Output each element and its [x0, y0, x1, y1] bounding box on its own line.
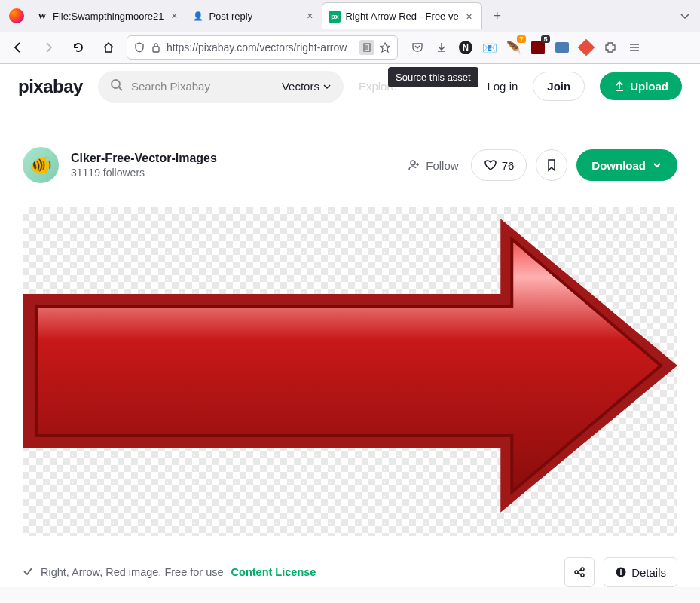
content: 🐠 Clker-Free-Vector-Images 31119 followe…	[0, 109, 700, 587]
info-icon	[615, 566, 627, 578]
image-preview[interactable]	[23, 207, 677, 536]
reload-button[interactable]	[66, 35, 90, 60]
wikipedia-icon: W	[36, 10, 48, 22]
lock-icon	[150, 41, 162, 54]
share-button[interactable]	[564, 557, 595, 587]
red-arrow-image	[23, 207, 677, 536]
pixabay-icon: px	[329, 11, 341, 23]
chevron-down-icon	[322, 82, 332, 91]
new-tab-button[interactable]: +	[485, 4, 509, 28]
footer-row: Right, Arrow, Red image. Free for use Co…	[23, 557, 677, 587]
follow-button[interactable]: Follow	[408, 158, 458, 172]
tab-bar: W File:Swampthingmoore21 × 👤 Post reply …	[0, 0, 700, 32]
svg-point-11	[581, 568, 584, 571]
search-category-dropdown[interactable]: Vectors	[282, 80, 332, 93]
close-icon[interactable]: ×	[304, 10, 316, 22]
follow-icon	[408, 158, 421, 172]
svg-rect-18	[620, 571, 622, 575]
pocket-icon[interactable]	[410, 40, 425, 55]
reader-mode-icon[interactable]	[359, 40, 374, 55]
extension-icon[interactable]: 📧	[482, 40, 497, 55]
license-link[interactable]: Content License	[231, 566, 316, 578]
extension-icons: N 📧 🪶 7 5	[410, 40, 642, 55]
bookmark-icon	[546, 158, 558, 172]
svg-point-13	[581, 574, 584, 577]
footer-buttons: Details	[564, 557, 677, 587]
like-button[interactable]: 76	[471, 149, 527, 181]
like-count: 76	[502, 159, 515, 172]
details-button[interactable]: Details	[604, 557, 677, 587]
ublock-icon[interactable]: 5	[530, 40, 546, 55]
firefox-icon	[9, 8, 24, 23]
search-bar[interactable]: Vectors	[98, 71, 344, 103]
user-icon: 👤	[192, 10, 204, 22]
extension-icon[interactable]	[555, 40, 570, 55]
back-button[interactable]	[6, 35, 30, 60]
tab-title: File:Swampthingmoore21	[53, 11, 164, 22]
login-link[interactable]: Log in	[487, 80, 518, 93]
svg-point-10	[411, 161, 415, 165]
downloads-icon[interactable]	[434, 40, 449, 55]
upload-button[interactable]: Upload	[600, 72, 682, 100]
svg-point-12	[575, 571, 578, 574]
shield-icon	[133, 41, 145, 54]
badge: 7	[517, 35, 526, 43]
author-row: 🐠 Clker-Free-Vector-Images 31119 followe…	[23, 147, 677, 183]
svg-rect-0	[153, 47, 159, 52]
heart-icon	[484, 158, 497, 172]
tabs-dropdown-icon[interactable]	[673, 4, 697, 28]
home-button[interactable]	[96, 35, 121, 60]
share-icon	[573, 566, 585, 578]
author-followers: 31119 followers	[71, 167, 390, 179]
bookmark-button[interactable]	[536, 149, 567, 181]
author-name[interactable]: Clker-Free-Vector-Images	[71, 152, 390, 165]
browser-tab-1[interactable]: 👤 Post reply ×	[186, 2, 322, 29]
author-info: Clker-Free-Vector-Images 31119 followers	[71, 152, 390, 179]
extension-icon[interactable]	[579, 40, 594, 55]
svg-point-17	[620, 569, 622, 571]
tab-title: Post reply	[209, 11, 299, 22]
close-icon[interactable]: ×	[463, 11, 475, 23]
avatar[interactable]: 🐠	[23, 147, 59, 183]
svg-line-9	[119, 87, 122, 90]
join-button[interactable]: Join	[533, 72, 585, 101]
svg-line-15	[578, 573, 581, 574]
download-button[interactable]: Download	[576, 149, 677, 181]
url-bar[interactable]: https://pixabay.com/vectors/right-arrow	[127, 35, 398, 60]
nav-bar: https://pixabay.com/vectors/right-arrow …	[0, 32, 700, 63]
action-buttons: 76 Download	[471, 149, 677, 181]
check-icon	[23, 566, 33, 579]
pixabay-logo[interactable]: pixabay	[18, 76, 83, 97]
tooltip: Source this asset	[388, 67, 478, 87]
browser-chrome: W File:Swampthingmoore21 × 👤 Post reply …	[0, 0, 700, 64]
extension-icon[interactable]: N	[458, 40, 473, 55]
upload-label: Upload	[630, 80, 668, 93]
follow-label: Follow	[426, 159, 458, 172]
download-label: Download	[591, 159, 646, 172]
svg-point-8	[112, 80, 120, 88]
browser-tab-2[interactable]: px Right Arrow Red - Free ve ×	[322, 2, 481, 29]
url-text: https://pixabay.com/vectors/right-arrow	[167, 41, 355, 54]
browser-tab-0[interactable]: W File:Swampthingmoore21 ×	[30, 2, 186, 29]
forward-button[interactable]	[36, 35, 60, 60]
close-icon[interactable]: ×	[168, 10, 180, 22]
category-label: Vectors	[282, 80, 319, 93]
extension-icon[interactable]: 🪶 7	[506, 40, 521, 55]
chevron-down-icon	[652, 160, 662, 170]
details-label: Details	[631, 566, 666, 579]
site-header: pixabay Vectors Explore Log in Join Uplo…	[0, 64, 700, 109]
extensions-icon[interactable]	[603, 40, 618, 55]
search-input[interactable]	[131, 80, 274, 93]
badge: 5	[541, 35, 550, 43]
bookmark-star-icon[interactable]	[379, 41, 391, 54]
svg-line-14	[578, 570, 581, 571]
tab-title: Right Arrow Red - Free ve	[345, 11, 458, 22]
image-caption: Right, Arrow, Red image. Free for use	[41, 566, 224, 578]
search-icon	[110, 78, 124, 95]
menu-icon[interactable]	[627, 40, 642, 55]
upload-icon	[613, 81, 625, 93]
